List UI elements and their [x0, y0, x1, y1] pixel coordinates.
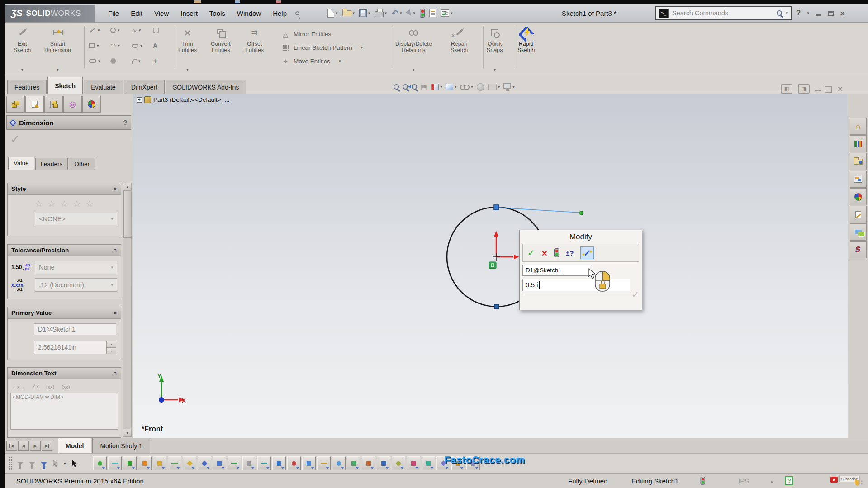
file-properties-button[interactable]: [429, 9, 436, 17]
dropdown-caret-icon[interactable]: ▾: [111, 217, 113, 221]
filter-balloons-button[interactable]: [392, 456, 405, 470]
previous-view-button[interactable]: [412, 84, 417, 90]
filter-reference-curves-button[interactable]: [317, 456, 331, 470]
section-view-button[interactable]: ▤: [421, 83, 427, 90]
nav-first-button[interactable]: ◀: [6, 441, 17, 451]
scroll-up-button[interactable]: ▴: [123, 183, 131, 191]
nav-prev-button[interactable]: ◀: [18, 441, 29, 451]
search-icon[interactable]: [777, 10, 782, 16]
zoom-to-fit-button[interactable]: [394, 84, 399, 90]
dropdown-caret-icon[interactable]: ▾: [385, 11, 387, 15]
dimension-text-header[interactable]: Dimension Text«: [8, 368, 121, 379]
inspection-dimension-button[interactable]: (xx): [62, 384, 70, 389]
manager-tab-dimxpert-manager[interactable]: ◎: [63, 96, 82, 113]
fillet-tool[interactable]: ▾: [129, 59, 151, 64]
collapse-icon[interactable]: «: [112, 372, 119, 375]
dropdown-caret-icon[interactable]: ▾: [400, 11, 402, 15]
dropdown-caret-icon[interactable]: ▾: [498, 85, 500, 89]
open-document-button[interactable]: ▾: [342, 10, 355, 16]
menu-view[interactable]: View: [148, 4, 175, 23]
pm-tab-leaders[interactable]: Leaders: [35, 158, 68, 170]
repair-sketch-button[interactable]: Repair Sketch: [451, 23, 468, 73]
dropdown-caret-icon[interactable]: ▾: [455, 85, 457, 89]
close-button[interactable]: ×: [840, 9, 845, 18]
primary-value-header[interactable]: Primary Value«: [8, 307, 121, 319]
add-parenthesis-button[interactable]: (xx): [46, 384, 54, 389]
filter-origins-button[interactable]: [287, 456, 301, 470]
filter-weld-beads-button[interactable]: [183, 456, 196, 470]
manager-tab-configuration-manager[interactable]: [44, 96, 63, 113]
convert-entities-button[interactable]: Convert Entities: [211, 23, 231, 73]
select-cursor-active-icon[interactable]: [71, 460, 77, 468]
taskpane-comments-button[interactable]: [850, 223, 867, 241]
select-cursor-icon[interactable]: [52, 460, 58, 468]
spin-down-icon[interactable]: ▾: [106, 347, 116, 354]
filter-toggle-icon[interactable]: [17, 462, 24, 465]
filter-annotations-button[interactable]: [362, 456, 375, 470]
tree-item-part3[interactable]: Part3 (Default<<Default>_...: [153, 96, 229, 103]
view-orientation-button[interactable]: ▾: [431, 84, 442, 90]
taskpane-view-palette-button[interactable]: [850, 171, 867, 188]
line-tool[interactable]: ▾: [87, 28, 108, 33]
panel-scrollbar[interactable]: ▴ ▾: [123, 183, 132, 437]
filter-all-icon[interactable]: [41, 462, 47, 465]
quick-snaps-button[interactable]: Quick Snaps ▾: [487, 23, 503, 73]
style-group-header[interactable]: Style«: [8, 183, 121, 195]
options-button[interactable]: ▾: [441, 9, 453, 17]
dropdown-caret-icon[interactable]: ▾: [413, 11, 416, 15]
toolbar-grip[interactable]: [9, 457, 12, 470]
precision-dropdown[interactable]: .12 (Document)▾: [35, 278, 117, 292]
spin-up-icon[interactable]: ▴: [106, 341, 116, 347]
style-dropdown[interactable]: <NONE>▾: [35, 213, 117, 225]
display-delete-caret-icon[interactable]: ▾: [413, 67, 415, 72]
minimize-button[interactable]: [816, 14, 821, 16]
apply-scene-button[interactable]: ▾: [488, 84, 500, 90]
collapse-icon[interactable]: «: [112, 187, 119, 190]
display-delete-relations-button[interactable]: Display/Delete Relations ▾: [395, 23, 432, 73]
tolerance-group-header[interactable]: Tolerance/Precision«: [8, 245, 121, 256]
exit-sketch-button[interactable]: Exit Sketch ▾: [14, 23, 31, 73]
scroll-thumb[interactable]: [123, 191, 131, 238]
dimension-name-input[interactable]: D1@Sketch1: [522, 265, 590, 276]
dimension-name-field[interactable]: D1@Sketch1: [34, 323, 116, 335]
smart-dimension-button[interactable]: Smart Dimension ▾: [44, 23, 71, 73]
dropdown-caret-icon[interactable]: ▾: [336, 11, 338, 15]
arc-tool[interactable]: ◠▾: [108, 43, 129, 49]
taskpane-home-button[interactable]: ⌂: [850, 118, 867, 135]
menu-tools[interactable]: Tools: [204, 4, 231, 23]
doc-restore-button[interactable]: [826, 86, 832, 91]
horizontal-justify-icon[interactable]: ←x→: [12, 384, 25, 389]
edit-appearance-button[interactable]: [477, 83, 484, 91]
pm-tab-value[interactable]: Value: [8, 157, 34, 170]
add-style-button[interactable]: ☆: [47, 199, 55, 209]
dimension-leader-line[interactable]: [499, 208, 580, 213]
trim-entities-caret-icon[interactable]: ▾: [186, 67, 189, 72]
ok-checkmark-button[interactable]: ✓: [10, 132, 20, 147]
smart-dimension-caret-icon[interactable]: ▾: [57, 67, 59, 72]
slot-tool[interactable]: ▾: [87, 59, 108, 63]
save-style-button[interactable]: ☆: [73, 199, 81, 209]
filter-planes-button[interactable]: [272, 456, 286, 470]
dropdown-caret-icon[interactable]: ▾: [368, 11, 370, 15]
rapid-sketch-button[interactable]: Rapid Sketch: [517, 23, 535, 73]
rebuild-status-icon[interactable]: [701, 477, 705, 485]
filter-sketch-points-button[interactable]: [198, 456, 211, 470]
value-spinner[interactable]: ▴▾: [106, 341, 116, 354]
tab-model[interactable]: Model: [58, 438, 91, 454]
select-caret-icon[interactable]: ▾: [64, 462, 66, 466]
accept-button[interactable]: ✓: [527, 247, 535, 258]
new-document-button[interactable]: ▾: [327, 9, 338, 18]
dimension-value-input[interactable]: 0.5 i: [522, 279, 630, 291]
rectangle-tool[interactable]: ▾: [87, 43, 108, 48]
collapse-icon[interactable]: «: [112, 249, 119, 252]
panel-help-button[interactable]: ?: [123, 119, 127, 126]
units-label[interactable]: IPS: [738, 474, 749, 488]
menu-edit[interactable]: Edit: [125, 4, 148, 23]
quick-tips-button[interactable]: ?: [785, 476, 793, 485]
filter-edges-button[interactable]: [108, 456, 122, 470]
display-style-button[interactable]: ▾: [446, 84, 457, 90]
filter-routing-points-button[interactable]: [332, 456, 346, 470]
help-button[interactable]: ?: [796, 9, 801, 18]
show-right-pane-button[interactable]: ◨: [798, 84, 810, 94]
tab-solidworks-add-ins[interactable]: SOLIDWORKS Add-Ins: [166, 80, 246, 94]
